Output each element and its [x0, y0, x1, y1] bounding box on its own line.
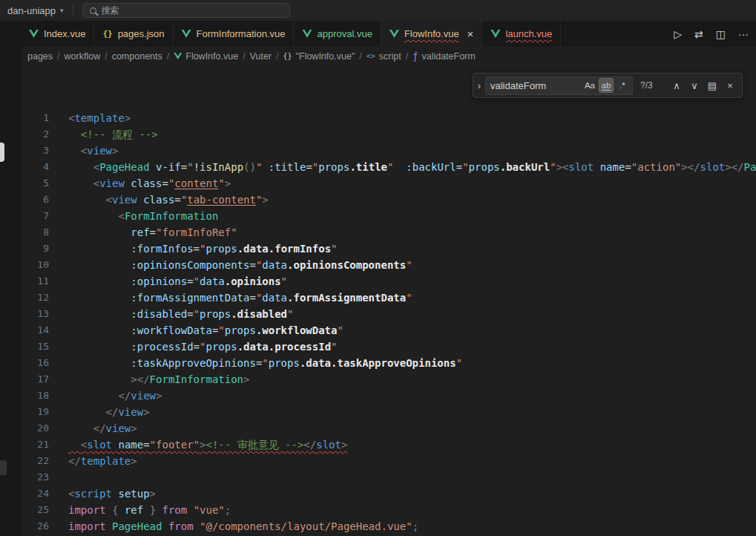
- code-token: view: [112, 194, 137, 206]
- find-next-button[interactable]: ∨: [686, 77, 703, 94]
- run-icon[interactable]: ▷: [674, 28, 682, 40]
- code-line[interactable]: 21 <slot name="footer"><!-- 审批意见 --></sl…: [21, 437, 756, 453]
- code-token: [68, 406, 106, 418]
- code-area[interactable]: 1<template>2 <!-- 流程 -->3 <view>4 <PageH…: [21, 65, 756, 535]
- code-line[interactable]: 24<script setup>: [21, 486, 756, 502]
- line-number[interactable]: 5: [21, 175, 49, 192]
- workspace-name[interactable]: dan-uniapp: [7, 5, 56, 16]
- line-number[interactable]: 11: [21, 273, 49, 290]
- breadcrumb-item-Vuter[interactable]: Vuter: [250, 51, 272, 62]
- line-number[interactable]: 6: [21, 192, 49, 208]
- line-number[interactable]: 9: [21, 241, 49, 257]
- find-in-selection-button[interactable]: ▤: [704, 77, 720, 94]
- code-token: [68, 390, 118, 402]
- whole-word-button[interactable]: ab: [602, 81, 611, 90]
- line-number[interactable]: 10: [21, 257, 49, 273]
- tab-FormInformation.vue[interactable]: FormInformation.vue: [174, 21, 295, 47]
- code-line[interactable]: 19 </view>: [21, 404, 756, 420]
- breadcrumb-item-FlowInfo.vue[interactable]: {}"FlowInfo.vue": [283, 51, 355, 62]
- line-number[interactable]: 26: [21, 518, 49, 535]
- close-icon[interactable]: ×: [467, 28, 474, 39]
- code-line[interactable]: 26import PageHead from "@/components/lay…: [21, 518, 756, 535]
- editor[interactable]: › Aa ab .* ?/3 ∧ ∨ ▤ × 1<template>2 <!--…: [21, 65, 756, 536]
- tab-label: FlowInfo.vue: [404, 28, 459, 39]
- tab-bar: Index.vue{}pages.jsonFormInformation.vue…: [0, 21, 756, 47]
- line-number[interactable]: 19: [21, 404, 49, 420]
- regex-button[interactable]: .*: [615, 78, 630, 93]
- code-token: .backUrl: [500, 161, 550, 173]
- breadcrumb-item-script[interactable]: <>script: [367, 51, 401, 62]
- command-center-search[interactable]: 搜索: [82, 3, 290, 18]
- code-line[interactable]: 23: [21, 469, 756, 486]
- code-line[interactable]: 12 :formAssignmentData="data.formAssignm…: [21, 290, 756, 306]
- line-number[interactable]: 8: [21, 224, 49, 241]
- code-line[interactable]: 7 <FormInformation: [21, 208, 756, 224]
- code-line[interactable]: 25import { ref } from "vue";: [21, 502, 756, 518]
- tab-Index.vue[interactable]: Index.vue: [21, 21, 94, 47]
- split-editor-icon[interactable]: ◫: [716, 28, 726, 40]
- code-line[interactable]: 10 :opinionsComponents="data.opinionsCom…: [21, 257, 756, 273]
- find-close-button[interactable]: ×: [722, 77, 738, 94]
- breadcrumb-item-workflow[interactable]: workflow: [65, 51, 101, 62]
- vue-icon: [29, 30, 39, 38]
- line-number[interactable]: 15: [21, 339, 49, 355]
- breadcrumb-item-components[interactable]: components: [112, 51, 162, 62]
- code-line[interactable]: 17 ></FormInformation>: [21, 371, 756, 388]
- breadcrumb-item-FlowInfo.vue[interactable]: FlowInfo.vue: [174, 51, 238, 62]
- code-token: ref: [131, 226, 149, 238]
- code-line[interactable]: 8 ref="formInfoRef": [21, 224, 756, 241]
- line-number[interactable]: 22: [21, 453, 49, 469]
- line-number[interactable]: 7: [21, 208, 49, 224]
- line-number[interactable]: 4: [21, 159, 49, 175]
- line-number[interactable]: 20: [21, 420, 49, 437]
- braces-icon: {}: [283, 52, 292, 60]
- tab-FlowInfo.vue[interactable]: FlowInfo.vue×: [381, 21, 482, 47]
- code-line[interactable]: 1<template>: [21, 110, 756, 126]
- line-number[interactable]: 3: [21, 143, 49, 159]
- breadcrumb-item-pages[interactable]: pages: [27, 51, 53, 62]
- tab-pages.json[interactable]: {}pages.json: [94, 21, 173, 47]
- code-line[interactable]: 3 <view>: [21, 143, 756, 159]
- line-number[interactable]: 18: [21, 388, 49, 404]
- line-number[interactable]: 14: [21, 322, 49, 339]
- more-actions-icon[interactable]: ···: [738, 28, 749, 40]
- code-line[interactable]: 13 :disabled="props.disabled": [21, 306, 756, 322]
- code-line[interactable]: 15 :processId="props.data.processId": [21, 339, 756, 355]
- tab-approval.vue[interactable]: approval.vue: [294, 21, 381, 47]
- line-number[interactable]: 12: [21, 290, 49, 306]
- code-line[interactable]: 11 :opinions="data.opinions": [21, 273, 756, 290]
- code-token: template: [81, 455, 131, 467]
- find-input[interactable]: [490, 80, 581, 91]
- code-line[interactable]: 6 <view class="tab-content">: [21, 192, 756, 208]
- line-number[interactable]: 16: [21, 355, 49, 371]
- match-case-button[interactable]: Aa: [582, 78, 597, 93]
- line-number[interactable]: 2: [21, 126, 49, 143]
- toggle-replace-icon[interactable]: ›: [473, 73, 485, 97]
- code-line[interactable]: 4 <PageHead v-if="!isInApp()" :title="pr…: [21, 159, 756, 175]
- code-line[interactable]: 2 <!-- 流程 -->: [21, 126, 756, 143]
- code-token: props: [469, 161, 500, 173]
- code-line[interactable]: 20 </view>: [21, 420, 756, 437]
- code-token: [68, 422, 93, 434]
- open-changes-icon[interactable]: ⇄: [694, 28, 703, 40]
- code-line[interactable]: 5 <view class="content">: [21, 175, 756, 192]
- code-line[interactable]: 22</template>: [21, 453, 756, 469]
- code-line[interactable]: 14 :workflowData="props.workflowData": [21, 322, 756, 339]
- tab-launch.vue[interactable]: launch.vue: [482, 21, 561, 47]
- line-number[interactable]: 17: [21, 371, 49, 388]
- line-number[interactable]: 23: [21, 469, 49, 486]
- code-line[interactable]: 18 </view>: [21, 388, 756, 404]
- scrollbar-thumb[interactable]: [0, 143, 4, 162]
- line-number[interactable]: 13: [21, 306, 49, 322]
- breadcrumb-item-validateForm[interactable]: ƒvalidateForm: [412, 51, 475, 62]
- line-number[interactable]: 21: [21, 437, 49, 453]
- line-number[interactable]: 24: [21, 486, 49, 502]
- line-number[interactable]: 25: [21, 502, 49, 518]
- code-token: import: [68, 504, 106, 516]
- titlebar: dan-uniapp ▾ 搜索: [0, 0, 756, 21]
- line-number[interactable]: 1: [21, 110, 49, 126]
- code-line[interactable]: 9 :formInfos="props.data.formInfos": [21, 241, 756, 257]
- code-line[interactable]: 16 :taskApproveOpinions="props.data.task…: [21, 355, 756, 371]
- find-previous-button[interactable]: ∧: [668, 77, 685, 94]
- code-token: [68, 439, 81, 451]
